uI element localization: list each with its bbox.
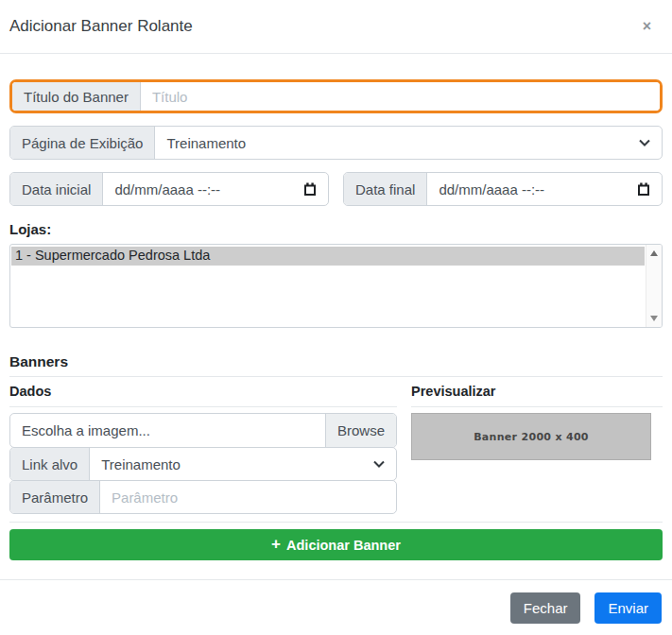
pagina-exibicao-label: Página de Exibição [10,127,155,159]
divider [9,406,397,407]
titulo-input[interactable] [152,89,648,105]
data-final-label: Data final [344,173,427,205]
banner-preview-text: Banner 2000 x 400 [474,431,589,443]
dados-heading: Dados [9,384,397,399]
modal-title: Adicionar Banner Rolante [9,17,193,36]
lojas-listbox[interactable]: 1 - Supermercado Pedrosa Ltda [9,244,663,328]
banner-preview-image: Banner 2000 x 400 [411,413,651,460]
data-inicial-label: Data inicial [10,173,103,205]
calendar-icon[interactable] [637,182,650,197]
link-alvo-group: Link alvo Treinamento [9,447,397,481]
pagina-exibicao-group: Página de Exibição Treinamento [9,126,663,160]
browse-button[interactable]: Browse [325,414,396,447]
link-alvo-label: Link alvo [10,448,90,480]
browse-button-label: Browse [337,422,385,438]
modal-header: Adicionar Banner Rolante × [0,0,672,54]
add-banner-button[interactable]: + Adicionar Banner [9,529,663,560]
close-icon: × [643,18,651,34]
file-input-placeholder: Escolha a imagem... [22,422,150,438]
titulo-label: Título do Banner [12,82,141,111]
banners-columns: Dados Escolha a imagem... Browse Link al… [9,384,663,514]
add-banner-button-label: Adicionar Banner [286,538,401,553]
add-banner-modal: Adicionar Banner Rolante × Título do Ban… [0,0,672,635]
fechar-button-label: Fechar [524,600,568,616]
data-final-group: Data final [343,172,663,206]
dados-column: Dados Escolha a imagem... Browse Link al… [9,384,397,514]
close-button[interactable]: × [639,15,655,38]
banners-heading: Banners [9,353,663,370]
parametro-label: Parâmetro [10,481,100,513]
lojas-label: Lojas: [9,221,663,237]
enviar-button[interactable]: Enviar [594,592,662,624]
titulo-group-focused: Título do Banner [9,79,663,113]
link-alvo-value: Treinamento [101,456,181,472]
data-inicial-group: Data inicial [9,172,329,206]
scroll-up-icon[interactable] [650,250,658,256]
chevron-down-icon [373,460,385,468]
parametro-input[interactable] [112,489,385,506]
divider [9,376,663,377]
lojas-option-selected[interactable]: 1 - Supermercado Pedrosa Ltda [11,247,645,266]
modal-footer: Fechar Enviar [0,579,672,635]
enviar-button-label: Enviar [608,600,648,616]
data-inicial-input[interactable] [114,181,303,197]
chevron-down-icon [639,139,650,146]
data-final-input[interactable] [439,181,637,197]
listbox-scrollbar[interactable] [646,245,662,327]
fechar-button[interactable]: Fechar [510,592,581,624]
modal-body: Título do Banner Página de Exibição Trei… [0,54,672,560]
file-input-group[interactable]: Escolha a imagem... Browse [9,413,397,448]
divider [9,522,663,523]
parametro-group: Parâmetro [9,480,397,514]
calendar-icon[interactable] [303,182,317,197]
link-alvo-select[interactable]: Treinamento [90,448,396,480]
scroll-down-icon[interactable] [650,316,658,321]
previsualizar-heading: Previsualizar [411,384,663,399]
divider [411,406,663,407]
preview-column: Previsualizar Banner 2000 x 400 [411,384,663,514]
dates-row: Data inicial Data final [9,172,663,206]
pagina-exibicao-value: Treinamento [166,135,246,151]
plus-icon: + [271,536,281,552]
pagina-exibicao-select[interactable]: Treinamento [155,127,662,159]
